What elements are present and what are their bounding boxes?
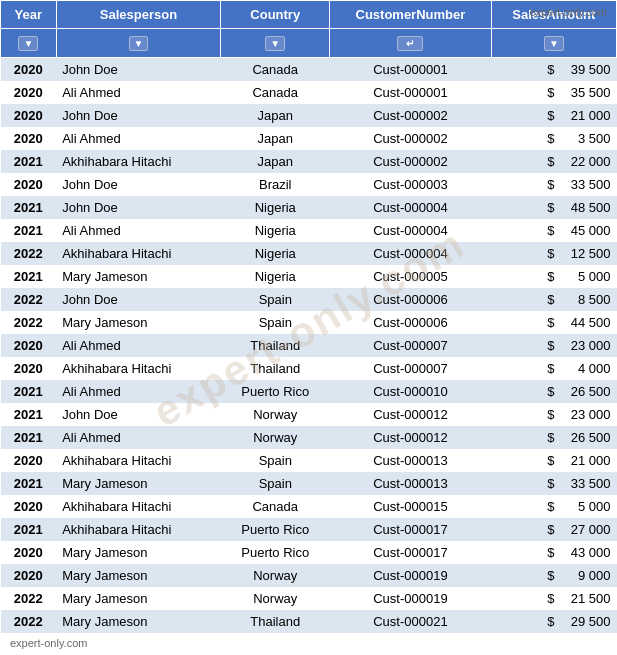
table-row: 2020Akhihabara HitachiThailandCust-00000… xyxy=(1,357,617,380)
cell-customer: Cust-000019 xyxy=(330,564,492,587)
amount-value: 48 500 xyxy=(559,200,611,215)
currency-symbol: $ xyxy=(547,476,554,491)
currency-symbol: $ xyxy=(547,131,554,146)
cell-customer: Cust-000021 xyxy=(330,610,492,633)
cell-country: Canada xyxy=(221,58,330,82)
cell-customer: Cust-000007 xyxy=(330,357,492,380)
cell-country: Japan xyxy=(221,104,330,127)
filter-year[interactable]: ▼ xyxy=(1,29,57,58)
amount-value: 33 500 xyxy=(559,177,611,192)
cell-customer: Cust-000015 xyxy=(330,495,492,518)
table-row: 2021Ali AhmedNigeriaCust-000004$45 000 xyxy=(1,219,617,242)
data-table: Year Salesperson Country CustomerNumber … xyxy=(0,0,617,633)
cell-amount: $26 500 xyxy=(491,426,616,449)
cell-year: 2021 xyxy=(1,219,57,242)
currency-symbol: $ xyxy=(547,200,554,215)
filter-country[interactable]: ▼ xyxy=(221,29,330,58)
amount-value: 23 000 xyxy=(559,338,611,353)
cell-year: 2020 xyxy=(1,541,57,564)
currency-symbol: $ xyxy=(547,246,554,261)
cell-customer: Cust-000001 xyxy=(330,58,492,82)
cell-country: Spain xyxy=(221,288,330,311)
amount-value: 9 000 xyxy=(559,568,611,583)
amount-value: 22 000 xyxy=(559,154,611,169)
country-filter-btn[interactable]: ▼ xyxy=(265,36,285,51)
cell-customer: Cust-000012 xyxy=(330,426,492,449)
cell-country: Nigeria xyxy=(221,242,330,265)
cell-amount: $21 000 xyxy=(491,104,616,127)
cell-year: 2021 xyxy=(1,265,57,288)
cell-salesperson: Mary Jameson xyxy=(56,472,221,495)
cell-year: 2021 xyxy=(1,518,57,541)
cell-customer: Cust-000013 xyxy=(330,449,492,472)
cell-year: 2021 xyxy=(1,403,57,426)
currency-symbol: $ xyxy=(547,108,554,123)
cell-amount: $8 500 xyxy=(491,288,616,311)
currency-symbol: $ xyxy=(547,62,554,77)
filter-salesperson[interactable]: ▼ xyxy=(56,29,221,58)
cell-customer: Cust-000010 xyxy=(330,380,492,403)
cell-customer: Cust-000006 xyxy=(330,311,492,334)
amount-value: 12 500 xyxy=(559,246,611,261)
filter-amount[interactable]: ▼ xyxy=(491,29,616,58)
amount-value: 5 000 xyxy=(559,269,611,284)
cell-country: Norway xyxy=(221,403,330,426)
amount-value: 35 500 xyxy=(559,85,611,100)
customer-filter-btn[interactable]: ↵ xyxy=(397,36,423,51)
watermark-bottom: expert-only.com xyxy=(10,637,87,649)
cell-salesperson: Mary Jameson xyxy=(56,564,221,587)
cell-country: Puerto Rico xyxy=(221,541,330,564)
table-row: 2020Akhihabara HitachiCanadaCust-000015$… xyxy=(1,495,617,518)
cell-amount: $5 000 xyxy=(491,495,616,518)
table-row: 2021Mary JamesonNigeriaCust-000005$5 000 xyxy=(1,265,617,288)
cell-year: 2021 xyxy=(1,150,57,173)
cell-year: 2020 xyxy=(1,58,57,82)
cell-salesperson: Ali Ahmed xyxy=(56,127,221,150)
filter-customer[interactable]: ↵ xyxy=(330,29,492,58)
cell-country: Norway xyxy=(221,564,330,587)
table-row: 2020John DoeJapanCust-000002$21 000 xyxy=(1,104,617,127)
cell-amount: $27 000 xyxy=(491,518,616,541)
cell-customer: Cust-000013 xyxy=(330,472,492,495)
cell-salesperson: Ali Ahmed xyxy=(56,426,221,449)
cell-customer: Cust-000003 xyxy=(330,173,492,196)
cell-customer: Cust-000004 xyxy=(330,242,492,265)
cell-salesperson: Akhihabara Hitachi xyxy=(56,357,221,380)
cell-salesperson: John Doe xyxy=(56,58,221,82)
amount-value: 21 500 xyxy=(559,591,611,606)
currency-symbol: $ xyxy=(547,568,554,583)
cell-country: Nigeria xyxy=(221,196,330,219)
cell-salesperson: John Doe xyxy=(56,403,221,426)
cell-salesperson: John Doe xyxy=(56,173,221,196)
cell-country: Spain xyxy=(221,472,330,495)
cell-salesperson: Akhihabara Hitachi xyxy=(56,518,221,541)
year-filter-btn[interactable]: ▼ xyxy=(18,36,38,51)
cell-salesperson: Ali Ahmed xyxy=(56,219,221,242)
cell-customer: Cust-000006 xyxy=(330,288,492,311)
cell-salesperson: Akhihabara Hitachi xyxy=(56,150,221,173)
cell-salesperson: Mary Jameson xyxy=(56,311,221,334)
amount-value: 29 500 xyxy=(559,614,611,629)
currency-symbol: $ xyxy=(547,407,554,422)
cell-customer: Cust-000002 xyxy=(330,127,492,150)
table-row: 2021Akhihabara HitachiJapanCust-000002$2… xyxy=(1,150,617,173)
cell-year: 2020 xyxy=(1,81,57,104)
cell-year: 2021 xyxy=(1,472,57,495)
currency-symbol: $ xyxy=(547,614,554,629)
currency-symbol: $ xyxy=(547,85,554,100)
cell-year: 2020 xyxy=(1,449,57,472)
table-row: 2020Ali AhmedJapanCust-000002$3 500 xyxy=(1,127,617,150)
salesperson-filter-btn[interactable]: ▼ xyxy=(129,36,149,51)
filter-row: ▼ ▼ ▼ ↵ ▼ xyxy=(1,29,617,58)
cell-amount: $29 500 xyxy=(491,610,616,633)
amount-value: 21 000 xyxy=(559,453,611,468)
cell-salesperson: Mary Jameson xyxy=(56,541,221,564)
amount-value: 45 000 xyxy=(559,223,611,238)
cell-amount: $12 500 xyxy=(491,242,616,265)
amount-filter-btn[interactable]: ▼ xyxy=(544,36,564,51)
cell-amount: $21 000 xyxy=(491,449,616,472)
cell-customer: Cust-000012 xyxy=(330,403,492,426)
currency-symbol: $ xyxy=(547,384,554,399)
cell-country: Norway xyxy=(221,587,330,610)
cell-amount: $35 500 xyxy=(491,81,616,104)
